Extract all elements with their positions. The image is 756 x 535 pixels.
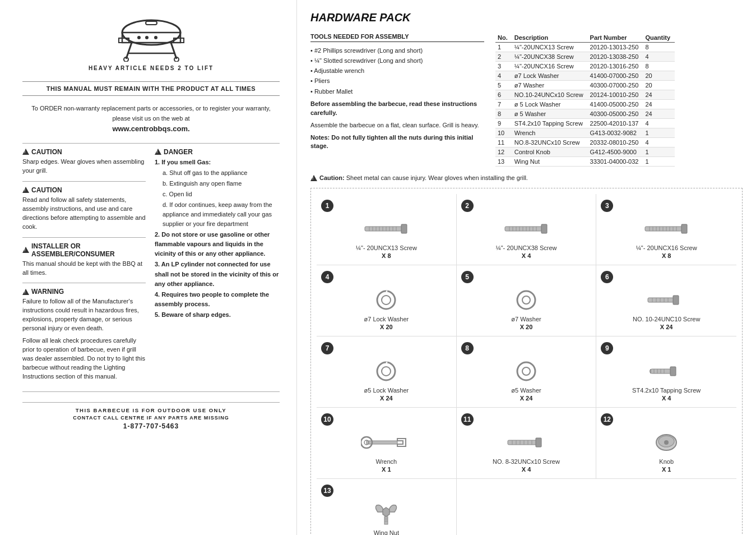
- part-cell-12-0: 13: [495, 157, 512, 167]
- page-container: HEAVY ARTICLE NEEDS 2 TO LIFT THIS MANUA…: [0, 0, 756, 535]
- part-cell-12-1: Wing Nut: [512, 157, 588, 167]
- part-row-2: 3¼"-20UNCX16 Screw20120-13016-2508: [495, 62, 675, 71]
- two-col-section: CAUTION Sharp edges. Wear gloves when as…: [22, 148, 280, 387]
- tool-item-0: #2 Phillips screwdriver (Long and short): [310, 45, 484, 56]
- danger-list: 1. If you smell Gas:a. Shut off gas to t…: [155, 158, 280, 320]
- caution-sheet-label: Caution:: [319, 174, 345, 181]
- tools-title: TOOLS NEEDED FOR ASSEMBLY: [310, 33, 484, 42]
- hw-img-12: [654, 429, 679, 456]
- part-cell-9-2: G413-0032-9082: [588, 128, 643, 138]
- hw-qty-3: X 8: [662, 252, 671, 259]
- hw-name-2: ¼"- 20UNCX38 Screw: [495, 245, 556, 251]
- website-link[interactable]: www.centrobbqs.com.: [112, 124, 189, 133]
- part-cell-4-0: 5: [495, 81, 512, 90]
- danger-item-6: 3. An LP cylinder not connected for use …: [155, 260, 280, 288]
- danger-item-2: b. Extinguish any open flame: [155, 179, 280, 188]
- part-cell-3-0: 4: [495, 71, 512, 81]
- svg-point-50: [522, 296, 530, 304]
- tighten-note-bold: Notes: Do not fully tighten all the nuts…: [310, 134, 473, 150]
- footer-line1: THIS BARBECUE IS FOR OUTDOOR USE ONLY: [22, 407, 280, 413]
- hw-img-5: [514, 287, 539, 313]
- hw-qty-1: X 8: [382, 252, 391, 259]
- order-text-line1: To ORDER non-warranty replacement parts …: [22, 104, 280, 114]
- part-cell-4-3: 20: [643, 81, 675, 90]
- danger-item-3: c. Open lid: [155, 190, 280, 199]
- sep4: [22, 283, 146, 283]
- part-cell-1-1: ¼"-20UNCX38 Screw: [512, 52, 588, 62]
- hw-num-9: 9: [601, 342, 613, 354]
- hw-num-2: 2: [461, 200, 474, 212]
- part-cell-10-3: 4: [643, 138, 675, 147]
- svg-rect-25: [541, 224, 547, 233]
- logo-area: HEAVY ARTICLE NEEDS 2 TO LIFT: [22, 17, 280, 71]
- svg-line-3: [171, 43, 177, 59]
- hw-item-10: 10 WrenchX 1: [317, 408, 457, 479]
- manual-notice: THIS MANUAL MUST REMAIN WITH THE PRODUCT…: [22, 81, 280, 96]
- hw-name-10: Wrench: [375, 458, 397, 465]
- svg-rect-64: [670, 367, 676, 376]
- svg-point-58: [377, 362, 395, 380]
- warning-title: WARNING: [22, 288, 146, 296]
- part-cell-12-2: 33301-04000-032: [588, 157, 643, 167]
- sep2: [22, 181, 146, 182]
- part-cell-7-3: 24: [643, 109, 675, 119]
- part-cell-3-3: 20: [643, 71, 675, 81]
- part-cell-0-0: 1: [495, 43, 512, 52]
- part-row-6: 7ø 5 Lock Washer41400-05000-25024: [495, 100, 675, 109]
- hw-img-1: [364, 215, 409, 242]
- part-row-9: 10WrenchG413-0032-90821: [495, 128, 675, 138]
- part-cell-9-1: Wrench: [512, 128, 588, 138]
- hw-name-6: NO. 10-24UNC10 Screw: [633, 316, 700, 322]
- hw-num-13: 13: [321, 485, 333, 497]
- part-cell-4-2: 40300-07000-250: [588, 81, 643, 90]
- caution-sheet-icon: [310, 175, 317, 181]
- part-cell-7-0: 8: [495, 109, 512, 119]
- hw-num-1: 1: [321, 200, 333, 212]
- svg-rect-5: [146, 21, 157, 25]
- footer-notices: THIS BARBECUE IS FOR OUTDOOR USE ONLY CO…: [22, 402, 280, 430]
- hardware-title: HARDWARE PACK: [310, 11, 743, 24]
- parts-table-wrapper: No. Description Part Number Quantity 1¼"…: [495, 33, 675, 167]
- svg-point-11: [145, 36, 149, 39]
- caution-triangle-icon: [22, 149, 29, 155]
- svg-point-61: [517, 362, 535, 380]
- hw-qty-6: X 24: [660, 324, 673, 330]
- parts-table: No. Description Part Number Quantity 1¼"…: [495, 33, 675, 167]
- hardware-grid-border: 1 ¼"- 20UNCX13 ScrewX 82: [310, 188, 743, 535]
- danger-triangle-icon: [155, 149, 161, 155]
- svg-point-46: [377, 291, 395, 309]
- svg-rect-51: [648, 298, 676, 302]
- part-cell-11-1: Control Knob: [512, 147, 588, 157]
- part-cell-1-0: 2: [495, 52, 512, 62]
- svg-point-12: [154, 36, 157, 39]
- col-no: No.: [495, 33, 512, 43]
- part-row-7: 8ø 5 Washer40300-05000-25024: [495, 109, 675, 119]
- col-part: Part Number: [588, 33, 643, 43]
- svg-rect-84: [384, 516, 388, 524]
- tool-item-4: Rubber Mallet: [310, 86, 484, 96]
- footer-phone: 1-877-707-5463: [22, 422, 280, 430]
- part-cell-10-1: NO.8-32UNCx10 Screw: [512, 138, 588, 147]
- hw-img-11: [507, 429, 546, 456]
- hw-item-13: 13 Wing NutX 1: [317, 479, 457, 535]
- hw-img-8: [514, 358, 539, 385]
- danger-item-4: d. If odor continues, keep away from the…: [155, 200, 280, 229]
- part-cell-9-0: 10: [495, 128, 512, 138]
- hw-qty-7: X 24: [380, 395, 393, 402]
- part-row-10: 11NO.8-32UNCx10 Screw20332-08010-2504: [495, 138, 675, 147]
- part-cell-8-1: ST4.2x10 Tapping Screw: [512, 119, 588, 128]
- part-cell-8-2: 22500-42010-137: [588, 119, 643, 128]
- footer-line2: CONTACT CALL CENTRE IF ANY PARTS ARE MIS…: [22, 415, 280, 421]
- hw-num-3: 3: [601, 200, 613, 212]
- part-cell-4-1: ø7 Washer: [512, 81, 588, 90]
- part-row-8: 9ST4.2x10 Tapping Screw22500-42010-1374: [495, 119, 675, 128]
- sep5: [22, 391, 280, 392]
- left-panel: HEAVY ARTICLE NEEDS 2 TO LIFT THIS MANUA…: [0, 0, 297, 535]
- svg-line-2: [126, 43, 132, 59]
- caution2-title: CAUTION: [22, 186, 146, 194]
- hw-item-7: 7 ø5 Lock WasherX 24: [317, 336, 457, 408]
- hw-num-7: 7: [321, 342, 333, 354]
- svg-line-60: [386, 362, 387, 363]
- part-cell-10-2: 20332-08010-250: [588, 138, 643, 147]
- part-row-4: 5ø7 Washer40300-07000-25020: [495, 81, 675, 90]
